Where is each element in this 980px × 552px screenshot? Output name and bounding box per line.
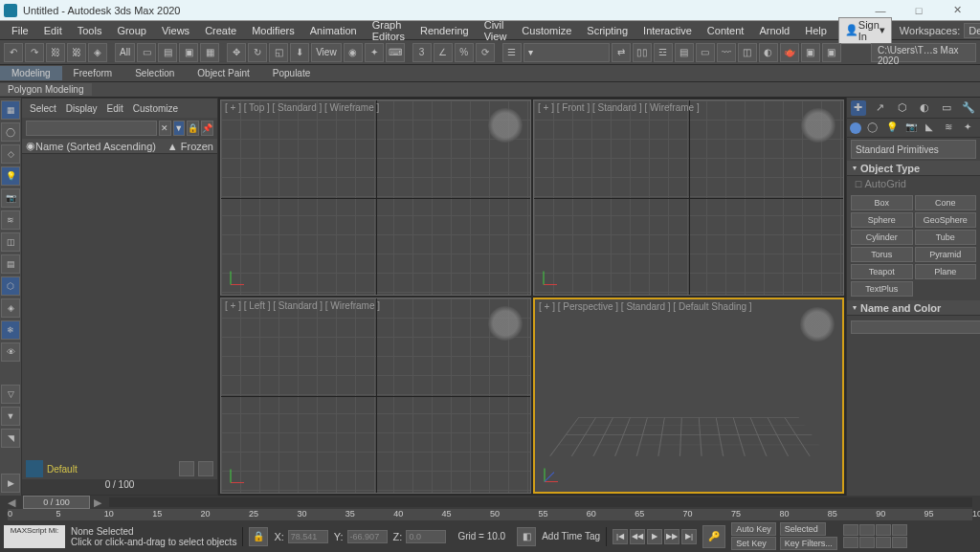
menu-content[interactable]: Content: [700, 23, 752, 38]
spacewarps-icon[interactable]: ≋: [945, 121, 958, 135]
signin-button[interactable]: 👤 Sign In ▾: [838, 17, 892, 44]
lt-all[interactable]: ▦: [1, 100, 20, 120]
menu-views[interactable]: Views: [154, 23, 197, 38]
polygon-modeling-tab[interactable]: Polygon Modeling: [0, 83, 92, 96]
box-button[interactable]: Box: [851, 195, 913, 210]
curveeditor-button[interactable]: 〰: [717, 43, 736, 62]
keymode-button[interactable]: ⌨: [386, 43, 405, 62]
zoom-extents-icon[interactable]: [843, 537, 858, 548]
anglesnap-button[interactable]: ∠: [434, 43, 453, 62]
close-button[interactable]: ✕: [938, 0, 976, 21]
se-tab-display[interactable]: Display: [66, 103, 98, 114]
goto-end-icon[interactable]: ▶|: [681, 529, 697, 544]
keymode-dropdown[interactable]: Selected: [780, 522, 826, 536]
pyramid-button[interactable]: Pyramid: [915, 247, 977, 262]
rotate-button[interactable]: ↻: [248, 43, 267, 62]
cone-button[interactable]: Cone: [915, 195, 977, 210]
lt-expand[interactable]: ▶: [1, 474, 20, 493]
pivot-button[interactable]: ◉: [344, 43, 363, 62]
motion-tab-icon[interactable]: ◐: [917, 100, 932, 116]
se-clear-icon[interactable]: ✕: [159, 121, 171, 136]
select-name-button[interactable]: ▤: [158, 43, 177, 62]
plane-button[interactable]: Plane: [915, 264, 977, 279]
shapes-icon[interactable]: ◯: [867, 121, 880, 135]
se-tab-edit[interactable]: Edit: [107, 103, 123, 114]
autokey-button[interactable]: Auto Key: [731, 522, 776, 536]
lt-filter-2[interactable]: ▼: [1, 407, 20, 426]
display-tab-icon[interactable]: ▭: [939, 100, 954, 116]
menu-tools[interactable]: Tools: [70, 23, 110, 38]
menu-interactive[interactable]: Interactive: [635, 23, 700, 38]
vp-persp-label[interactable]: [ + ] [ Perspective ] [ Standard ] [ Def…: [539, 301, 752, 312]
selection-filter[interactable]: All: [115, 43, 135, 62]
hierarchy-tab-icon[interactable]: ⬡: [895, 100, 910, 116]
align-button[interactable]: ▯▯: [633, 43, 652, 62]
menu-scripting[interactable]: Scripting: [579, 23, 635, 38]
lights-icon[interactable]: 💡: [886, 121, 900, 135]
prev-key-icon[interactable]: ◀◀: [630, 529, 645, 544]
setkey-button[interactable]: Set Key: [731, 537, 776, 550]
geosphere-button[interactable]: GeoSphere: [915, 212, 977, 228]
redo-button[interactable]: ↷: [25, 43, 44, 62]
placement-button[interactable]: ⬇: [290, 43, 309, 62]
maximize-button[interactable]: □: [900, 0, 938, 21]
mirror-button[interactable]: ⇄: [612, 43, 631, 62]
create-tab-icon[interactable]: ✚: [851, 100, 866, 116]
name-color-rollout[interactable]: Name and Color: [847, 300, 980, 316]
se-misc-1[interactable]: [179, 461, 194, 476]
menu-rendering[interactable]: Rendering: [412, 23, 477, 38]
menu-animation[interactable]: Animation: [302, 23, 365, 38]
layers-button[interactable]: ☲: [654, 43, 673, 62]
se-misc-2[interactable]: [198, 461, 213, 476]
ribbon-freeform[interactable]: Freeform: [62, 66, 124, 80]
z-input[interactable]: 0.0: [406, 530, 446, 543]
utilities-tab-icon[interactable]: 🔧: [961, 100, 976, 116]
teapot-button[interactable]: Teapot: [851, 264, 913, 279]
se-tab-customize[interactable]: Customize: [133, 103, 178, 114]
pctsnap-button[interactable]: %: [455, 43, 474, 62]
se-pinned-icon[interactable]: 📌: [201, 121, 213, 136]
ribbon-modeling[interactable]: Modeling: [0, 66, 62, 80]
helpers-icon[interactable]: ◣: [925, 121, 939, 135]
object-type-rollout[interactable]: Object Type: [847, 161, 980, 176]
textplus-button[interactable]: TextPlus: [851, 281, 913, 297]
cylinder-button[interactable]: Cylinder: [851, 230, 913, 245]
manip-button[interactable]: ✦: [365, 43, 384, 62]
add-time-tag[interactable]: Add Time Tag: [542, 531, 600, 541]
se-tab-select[interactable]: Select: [30, 103, 56, 114]
menu-modifiers[interactable]: Modifiers: [244, 23, 302, 38]
viewport-left[interactable]: [ + ] [ Left ] [ Standard ] [ Wireframe …: [220, 298, 531, 494]
viewport-top[interactable]: [ + ] [ Top ] [ Standard ] [ Wireframe ]: [220, 99, 531, 296]
next-frame-icon[interactable]: ▶: [94, 497, 105, 509]
ribbon-selection[interactable]: Selection: [123, 66, 186, 80]
sphere-button[interactable]: Sphere: [851, 212, 913, 228]
menu-customize[interactable]: Customize: [514, 23, 579, 38]
se-search-input[interactable]: [26, 121, 157, 136]
menu-help[interactable]: Help: [797, 23, 835, 38]
zoom-all-icon[interactable]: [876, 524, 891, 536]
lt-spacewarps[interactable]: ◫: [1, 232, 20, 252]
rendersetup-button[interactable]: ▣: [801, 43, 820, 62]
lt-filter-3[interactable]: ◥: [1, 429, 20, 448]
namedsel-dropdown[interactable]: ▾: [523, 43, 610, 62]
menu-grapheditors[interactable]: Graph Editors: [365, 17, 412, 44]
snap-button[interactable]: 3: [412, 43, 432, 62]
keyfilters-button[interactable]: Key Filters...: [780, 537, 837, 550]
schematic-button[interactable]: ◫: [738, 43, 757, 62]
orbit-icon[interactable]: [859, 537, 875, 548]
bind-button[interactable]: ◈: [88, 43, 107, 62]
lt-bone[interactable]: ⬡: [1, 276, 20, 296]
cameras-icon[interactable]: 📷: [905, 121, 919, 135]
matbrowser-button[interactable]: ◐: [759, 43, 778, 62]
torus-button[interactable]: Torus: [851, 247, 913, 262]
fov-icon[interactable]: [892, 524, 907, 536]
time-ruler[interactable]: 0510152025303540455055606570758085909510…: [8, 509, 972, 520]
ribbon-button[interactable]: ▭: [696, 43, 715, 62]
lt-filter-1[interactable]: ▽: [1, 385, 20, 404]
lt-hidden[interactable]: 👁: [1, 342, 20, 362]
object-name-input[interactable]: [851, 320, 980, 334]
lt-groups[interactable]: ▤: [1, 254, 20, 274]
lt-containers[interactable]: ◈: [1, 298, 20, 318]
viewcube-persp[interactable]: [800, 307, 835, 342]
systems-icon[interactable]: ✦: [964, 121, 977, 135]
